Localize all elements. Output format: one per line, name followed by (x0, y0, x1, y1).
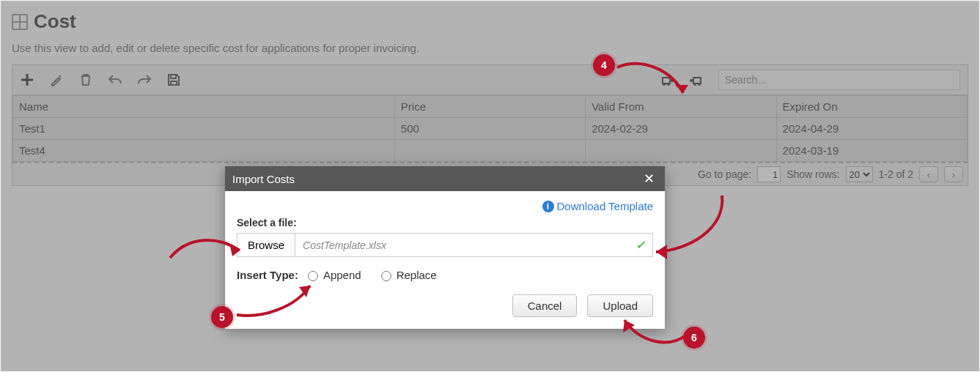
svg-point-0 (663, 83, 666, 86)
annotation-badge-5: 5 (211, 306, 233, 328)
radio-append[interactable]: Append (304, 269, 361, 281)
page-title-text: Cost (34, 10, 76, 33)
valid-file-icon: ✓ (635, 238, 645, 252)
col-valid-from[interactable]: Valid From (586, 96, 776, 118)
file-name-text: CostTemplate.xlsx (303, 239, 386, 251)
page-description: Use this view to add, edit or delete spe… (12, 42, 968, 54)
download-template-link[interactable]: i Download Template (237, 200, 653, 212)
next-page-button[interactable]: › (944, 166, 963, 182)
radio-replace[interactable]: Replace (377, 269, 437, 281)
page-title: Cost (12, 10, 968, 33)
cell-name: Test4 (13, 140, 395, 162)
undo-icon[interactable] (108, 72, 122, 87)
cell-expired-on: 2024-03-19 (776, 140, 967, 162)
upload-button[interactable]: Upload (587, 294, 653, 317)
cell-valid-from: 2024-02-29 (586, 118, 776, 140)
dialog-titlebar[interactable]: Import Costs ✕ (225, 166, 665, 191)
table-row[interactable]: Test4 2024-03-19 (13, 140, 968, 162)
table-header-row: Name Price Valid From Expired On (13, 96, 968, 118)
insert-type-row: Insert Type: Append Replace (237, 269, 653, 281)
edit-icon[interactable] (49, 72, 64, 87)
radio-replace-input[interactable] (381, 271, 391, 281)
grid-toolbar (12, 65, 968, 95)
page-input[interactable] (757, 166, 781, 182)
redo-icon[interactable] (137, 72, 152, 87)
file-name-field[interactable]: CostTemplate.xlsx ✓ (295, 233, 653, 257)
save-icon[interactable] (166, 72, 181, 87)
radio-append-input[interactable] (308, 271, 318, 281)
svg-point-1 (667, 83, 670, 86)
col-price[interactable]: Price (394, 96, 585, 118)
add-icon[interactable] (20, 72, 34, 87)
radio-replace-label: Replace (397, 269, 437, 281)
table-row[interactable]: Test1 500 2024-02-29 2024-04-29 (13, 118, 968, 140)
grid-icon (12, 14, 28, 30)
search-input[interactable] (718, 70, 960, 90)
radio-append-label: Append (323, 269, 361, 281)
annotation-badge-4: 4 (593, 54, 615, 76)
import-costs-dialog: Import Costs ✕ i Download Template Selec… (225, 166, 665, 329)
show-rows-label: Show rows: (786, 168, 839, 180)
svg-point-2 (693, 83, 696, 86)
export-icon[interactable] (689, 72, 704, 87)
dialog-title: Import Costs (232, 173, 295, 185)
select-file-label: Select a file: (237, 217, 653, 228)
cell-price: 500 (394, 118, 585, 140)
annotation-badge-6: 6 (683, 327, 705, 349)
goto-label: Go to page: (698, 168, 751, 180)
cost-table: Name Price Valid From Expired On Test1 5… (12, 95, 968, 162)
page-range: 1-2 of 2 (879, 168, 913, 180)
delete-icon[interactable] (78, 72, 93, 87)
cell-expired-on: 2024-04-29 (776, 118, 967, 140)
col-name[interactable]: Name (13, 96, 395, 118)
col-expired-on[interactable]: Expired On (776, 96, 967, 118)
download-template-text: Download Template (557, 200, 653, 212)
info-icon: i (542, 201, 554, 212)
cell-price (394, 140, 585, 162)
file-chooser: Browse CostTemplate.xlsx ✓ (237, 233, 653, 257)
svg-point-3 (698, 83, 701, 86)
prev-page-button[interactable]: ‹ (919, 166, 938, 182)
cancel-button[interactable]: Cancel (512, 294, 578, 317)
cell-valid-from (586, 140, 776, 162)
rows-per-page-select[interactable]: 20 (846, 166, 873, 182)
browse-button[interactable]: Browse (237, 233, 295, 257)
insert-type-label: Insert Type: (237, 269, 298, 281)
import-icon[interactable] (660, 72, 674, 87)
cell-name: Test1 (13, 118, 395, 140)
close-icon[interactable]: ✕ (641, 171, 657, 187)
